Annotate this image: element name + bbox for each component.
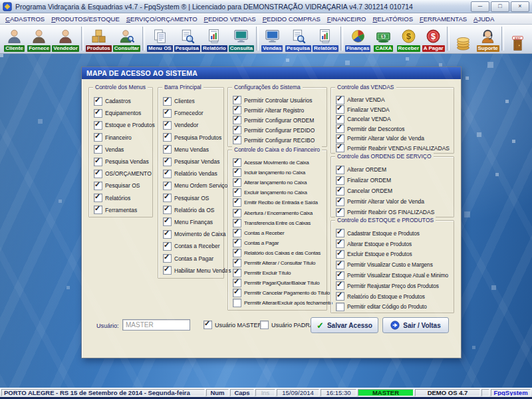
checkbox-cancelar-ordem[interactable]: Cancelar ORDEM	[331, 186, 454, 196]
checkbox-pesquisa-produtos[interactable]: Pesquisa Produtos	[158, 132, 223, 144]
checkbox-box[interactable]	[336, 261, 344, 269]
checkbox-cadastrar-estoque-e-produtos[interactable]: Cadastrar Estoque e Produtos	[331, 228, 454, 239]
checkbox-box[interactable]	[233, 269, 241, 277]
checkbox-relatorio-vendas[interactable]: Relatório Vendas	[158, 168, 223, 180]
checkbox-box[interactable]	[163, 121, 172, 130]
checkbox-box[interactable]	[233, 158, 241, 167]
checkbox-usuario-padrao[interactable]: Usuário PADRÃO	[260, 321, 319, 329]
menu-item-servico-orcamento[interactable]: SERVIÇO/ORÇAMENTO	[126, 15, 198, 23]
checkbox-box[interactable]	[94, 133, 102, 142]
checkbox-vendedor[interactable]: Vendedor	[158, 119, 223, 131]
toolbar-button-menu-os[interactable]: Menu OS	[146, 25, 174, 52]
checkbox-box[interactable]	[94, 97, 102, 106]
checkbox-box[interactable]	[336, 144, 344, 152]
checkbox-box[interactable]	[233, 259, 241, 267]
checkbox-box[interactable]	[94, 121, 102, 130]
checkbox-box[interactable]	[233, 188, 241, 197]
checkbox-box[interactable]	[233, 239, 241, 247]
toolbar-button-coins-stack-icon[interactable]	[451, 25, 475, 52]
close-button[interactable]: ×	[511, 1, 529, 12]
toolbar-button-suporte[interactable]: Suporte	[475, 25, 500, 52]
toolbar-button-consulta[interactable]: Consulta	[228, 25, 255, 52]
checkbox-usuario-master[interactable]: Usuário MASTER	[203, 321, 262, 329]
checkbox-alterar-ordem[interactable]: Alterar ORDEM	[331, 164, 454, 175]
checkbox-box[interactable]	[163, 133, 172, 142]
checkbox-fornecedor[interactable]: Fornecedor	[158, 107, 223, 119]
checkbox-box[interactable]	[233, 279, 241, 287]
checkbox-alterar-estoque-e-produtos[interactable]: Alterar Estoque e Produtos	[331, 239, 454, 249]
checkbox-permitir-configurar-recibo[interactable]: Permitir Configurar RECIBO	[228, 135, 327, 145]
checkbox-box[interactable]	[163, 205, 172, 214]
checkbox-os-orcamento[interactable]: OS/ORÇAMENTO	[89, 168, 152, 180]
checkbox-permitir-visualizar-estoque-atual-e-minimo[interactable]: Permitir Visualizar Estoque Atual e Mini…	[331, 270, 454, 281]
checkbox-alterar-lancamento-no-caixa[interactable]: Alterar lançamento no Caixa	[228, 178, 327, 188]
checkbox-box[interactable]	[163, 158, 172, 166]
checkbox-box[interactable]	[163, 254, 172, 263]
toolbar-button-exit-door-icon[interactable]: EXIT	[505, 25, 530, 52]
checkbox-permitir-alterar-excluir-apos-fechamento[interactable]: Permitir Alterar/Excluir após fechamento	[228, 298, 327, 308]
checkbox-finalizar-ordem[interactable]: Finalizar ORDEM	[331, 175, 454, 186]
checkbox-contas-a-pagar[interactable]: Contas a Pagar	[158, 252, 223, 264]
checkbox-box[interactable]	[336, 176, 344, 185]
checkbox-box[interactable]	[336, 115, 344, 124]
checkbox-box[interactable]	[233, 136, 241, 144]
checkbox-alterar-venda[interactable]: Alterar VENDA	[331, 95, 454, 105]
menu-item-ajuda[interactable]: AJUDA	[473, 15, 494, 23]
checkbox-box[interactable]	[336, 271, 344, 280]
checkbox-box[interactable]	[233, 219, 241, 227]
checkbox-box[interactable]	[233, 106, 241, 114]
checkbox-box[interactable]	[94, 170, 102, 178]
toolbar-button-produtos[interactable]: Produtos	[85, 25, 112, 52]
maximize-button[interactable]: □	[491, 1, 509, 12]
checkbox-box[interactable]	[233, 116, 241, 124]
checkbox-box[interactable]	[336, 166, 344, 174]
checkbox-permitir-reajustar-preco-dos-produtos[interactable]: Permitir Reajustar Preço dos Produtos	[331, 281, 454, 291]
checkbox-acessar-movimento-de-caixa[interactable]: Acessar Movimento de Caixa	[228, 158, 327, 168]
checkbox-menu-vendas[interactable]: Menu Vendas	[158, 144, 223, 156]
checkbox-abertura-encerramento-caixa[interactable]: Abertura / Encerramento Caixa	[228, 207, 327, 217]
checkbox-box[interactable]	[336, 134, 344, 143]
checkbox-equipamentos[interactable]: Equipamentos	[89, 107, 152, 119]
menu-item-pedido-compras[interactable]: PEDIDO COMPRAS	[263, 15, 321, 23]
checkbox-relatorio-dos-caixas-e-das-contas[interactable]: Relatório dos Caixas e das Contas	[228, 248, 327, 258]
checkbox-box[interactable]	[233, 289, 241, 297]
checkbox-pesquisar-os[interactable]: Pesquisar OS	[158, 192, 223, 204]
checkbox-box[interactable]	[94, 158, 102, 166]
checkbox-permitir-visualizar-custo-e-margens[interactable]: Permitir Visualizar Custo e Margens	[331, 259, 454, 270]
checkbox-habilitar-menu-vendas[interactable]: Habilitar Menu Vendas	[158, 265, 223, 277]
checkbox-box[interactable]	[163, 109, 172, 118]
checkbox-permitir-alterar-valor-de-venda[interactable]: Permitir Alterar Valor de Venda	[331, 196, 454, 207]
checkbox-finalizar-venda[interactable]: Finalizar VENDA	[331, 105, 454, 115]
checkbox-box[interactable]	[336, 229, 344, 237]
checkbox-box[interactable]	[163, 97, 172, 106]
toolbar-button-vendas[interactable]: Vendas	[260, 25, 285, 52]
checkbox-pesquisa-vendas[interactable]: Pesquisa Vendas	[89, 156, 152, 168]
user-input[interactable]	[122, 319, 190, 331]
checkbox-permitir-alterar-valor-de-venda[interactable]: Permitir Alterar Valor de Venda	[331, 134, 454, 144]
toolbar-button-pesquisa[interactable]: Pesquisa	[285, 25, 312, 52]
checkbox-box[interactable]	[336, 187, 344, 196]
checkbox-box[interactable]	[94, 145, 102, 154]
checkbox-permitir-controlar-usuarios[interactable]: Permitir Controlar Usuários	[228, 95, 327, 105]
checkbox-permitir-configurar-pedido[interactable]: Permitir Configurar PEDIDO	[228, 125, 327, 135]
checkbox-box[interactable]	[336, 96, 344, 104]
checkbox-permitir-configurar-ordem[interactable]: Permitir Configurar ORDEM	[228, 115, 327, 125]
checkbox-relatorio-do-estoque-e-produtos[interactable]: Relatório do Estoque e Produtos	[331, 291, 454, 302]
save-access-button[interactable]: ✓ Salvar Acesso	[311, 317, 378, 333]
checkbox-clientes[interactable]: Clientes	[158, 95, 223, 107]
checkbox-box[interactable]	[94, 182, 102, 190]
checkbox-pesquisar-os[interactable]: Pesquisar OS	[89, 180, 152, 192]
toolbar-button-receber[interactable]: $Receber	[396, 25, 421, 52]
toolbar-button-financas[interactable]: Finanças	[344, 25, 372, 52]
checkbox-box[interactable]	[233, 299, 241, 307]
checkbox-excluir-estoque-e-produtos[interactable]: Excluir Estoque e Produtos	[331, 249, 454, 260]
checkbox-box[interactable]	[336, 250, 344, 259]
checkbox-box[interactable]	[336, 198, 344, 206]
toolbar-button-vendedor[interactable]: Vendedor	[51, 25, 79, 52]
checkbox-estoque-e-produtos[interactable]: Estoque e Produtos	[89, 119, 152, 131]
checkbox-box[interactable]	[233, 229, 241, 237]
checkbox-box[interactable]	[94, 109, 102, 118]
checkbox-box[interactable]	[94, 194, 102, 202]
checkbox-box[interactable]	[163, 194, 172, 202]
checkbox-box[interactable]	[233, 198, 241, 207]
